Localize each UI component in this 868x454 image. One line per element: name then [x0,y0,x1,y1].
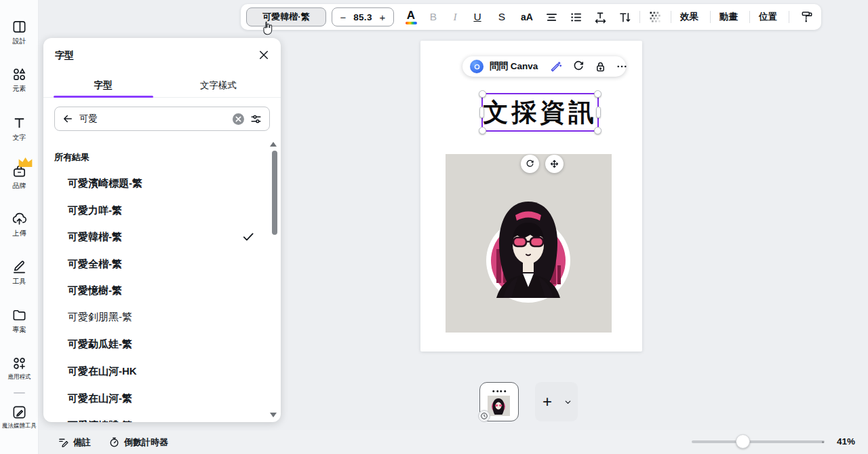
font-list-item-selected[interactable]: 可愛韓楷-繁 [49,224,264,250]
transparency-button[interactable] [642,4,668,30]
bullet-list-button[interactable] [564,4,587,30]
scroll-up-arrow[interactable] [270,142,277,147]
sidebar-item-label: 應用程式 [8,373,31,381]
italic-button[interactable]: I [444,4,466,30]
regenerate-button[interactable] [572,60,585,73]
toolbar-separator [749,11,750,23]
sidebar-item-brand[interactable]: 品牌 [0,164,39,191]
zoom-percentage: 41% [837,436,855,447]
clear-search-button[interactable] [233,113,244,125]
sidebar-item-magic-media[interactable]: 魔法媒體工具 [0,404,39,430]
underline-button[interactable]: U [466,4,489,30]
notes-icon [58,436,69,448]
font-name: 可愛韓楷-繁 [68,231,122,244]
animate-button[interactable]: 動畫 [719,4,738,30]
sidebar-item-tools[interactable]: 工具 [0,259,39,286]
sidebar-item-label: 文字 [13,133,26,143]
effects-button[interactable]: 效果 [680,4,698,30]
sidebar-item-design[interactable]: 設計 [0,19,39,46]
font-list-item[interactable]: 可愛憶樹-繁 [49,278,264,303]
tab-text-styles[interactable]: 文字樣式 [164,73,273,98]
sidebar-item-apps[interactable]: 應用程式 [0,356,39,381]
bold-button[interactable]: B [422,4,444,30]
text-color-button[interactable]: A [399,4,422,30]
font-list-item[interactable]: 可愛勐瓜娃-繁 [49,331,264,357]
zoom-slider-track[interactable] [692,440,825,443]
left-sidebar: 設計 元素 文字 品牌 上傳 工具 專案 [0,0,39,454]
projects-icon [12,307,27,323]
sidebar-item-projects[interactable]: 專案 [0,307,39,335]
filter-icon[interactable] [250,113,262,126]
lock-button[interactable] [594,60,607,73]
letter-spacing-button[interactable] [589,4,612,30]
clear-x-icon [235,116,241,122]
timer-button[interactable]: 倒數計時器 [108,436,168,449]
resize-handle-ne[interactable] [594,90,601,98]
text-case-button[interactable]: aA [515,4,539,30]
font-list-item[interactable]: 可愛力咩-繁 [49,197,264,223]
letter-spacing-icon [593,10,608,24]
line-height-button[interactable] [613,4,636,30]
font-name: 可愛在山河-HK [68,365,137,378]
font-list-item[interactable]: 可愛釗朋黑-繁 [49,304,264,330]
resize-handle-nw[interactable] [479,90,486,98]
thumbnail-image [488,396,510,416]
sidebar-item-label: 魔法媒體工具 [2,422,37,430]
font-list-item[interactable]: 可愛在山河-繁 [49,385,264,411]
canva-ai-icon[interactable] [470,60,484,73]
resize-handle-se[interactable] [594,127,601,134]
copy-style-button[interactable] [795,4,818,30]
sidebar-item-text[interactable]: 文字 [0,115,39,143]
add-page-button[interactable]: + [535,392,559,411]
zoom-slider-handle[interactable] [736,434,750,449]
pro-crown-icon [18,155,33,173]
thumbnail-text-dots [492,390,506,392]
rotate-image-button[interactable] [521,155,539,173]
font-search-box [54,107,270,131]
toolbar-separator [639,11,640,23]
more-options-button[interactable] [616,60,628,73]
add-page-menu-button[interactable] [559,398,576,406]
position-button[interactable]: 位置 [759,4,777,30]
text-align-button[interactable] [540,4,563,30]
font-list-item[interactable]: 可愛在山河-HK [49,358,264,384]
notes-button[interactable]: 備註 [58,436,91,449]
font-name: 可愛濱崎體-繁 [68,419,132,423]
elements-icon [12,67,27,82]
page-thumbnail[interactable] [479,382,519,421]
font-size-value[interactable]: 85.3 [353,12,372,22]
magic-edit-button[interactable] [549,60,563,73]
more-dots-icon [616,60,628,73]
font-size-decrease-button[interactable]: − [338,12,348,23]
toolbar-separator [710,11,711,23]
bullet-list-icon [569,10,583,24]
back-arrow-icon[interactable] [62,113,74,125]
sidebar-item-uploads[interactable]: 上傳 [0,211,39,238]
sidebar-item-elements[interactable]: 元素 [0,67,39,94]
resize-handle-sw[interactable] [479,127,486,134]
font-search-input[interactable] [79,114,227,124]
font-list-item[interactable]: 可愛濱崎標題-繁 [49,170,264,196]
tab-fonts[interactable]: 字型 [49,73,157,98]
scroll-down-arrow[interactable] [270,413,277,417]
canvas-text[interactable]: 文採資訊 [483,94,597,130]
timer-badge [478,410,490,422]
hacker-girl-sticker [471,189,586,315]
font-size-increase-button[interactable]: + [378,12,387,23]
scrollbar-thumb[interactable] [272,151,277,235]
timer-label: 倒數計時器 [124,436,168,449]
refresh-icon [572,60,585,73]
resize-handle-e[interactable] [596,107,601,118]
image-element[interactable] [446,154,612,333]
selected-text-element[interactable]: 文採資訊 [481,93,599,132]
strikethrough-button[interactable]: S [490,4,513,30]
font-list-item[interactable]: 可愛濱崎體-繁 [49,413,264,422]
font-list-item[interactable]: 可愛全楷-繁 [49,251,264,277]
font-family-button[interactable]: 可愛韓楷·繁 [246,7,326,26]
ask-canva-label[interactable]: 問問 Canva [490,60,538,73]
move-image-button[interactable] [545,155,564,173]
rainbow-color-bar [406,22,417,24]
resize-handle-w[interactable] [479,107,484,118]
paint-roller-icon [800,10,814,24]
close-panel-button[interactable] [256,48,271,62]
